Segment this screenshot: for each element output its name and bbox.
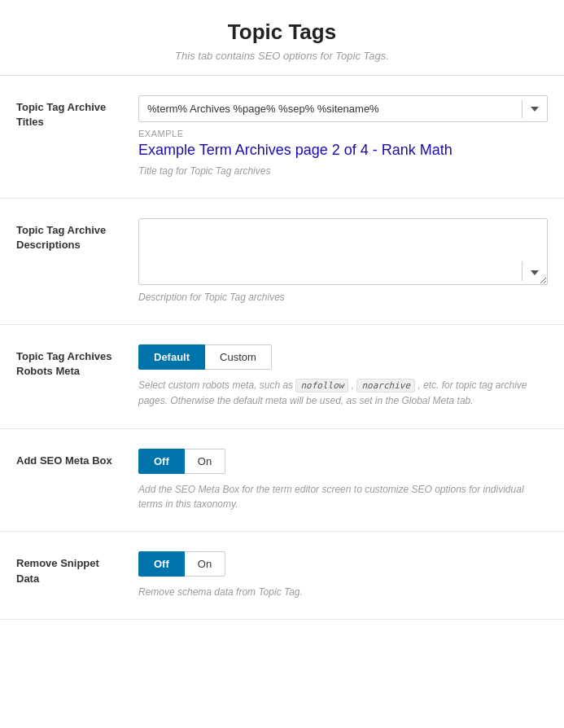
- archive-descriptions-content: Description for Topic Tag archives: [138, 218, 548, 305]
- robots-default-button[interactable]: Default: [138, 344, 205, 370]
- archive-descriptions-helper: Description for Topic Tag archives: [138, 290, 548, 305]
- snippet-on-button[interactable]: On: [185, 551, 225, 577]
- robots-custom-button[interactable]: Custom: [205, 344, 272, 370]
- remove-snippet-label: Remove Snippet Data: [16, 551, 122, 599]
- archive-titles-label: Topic Tag Archive Titles: [16, 95, 122, 178]
- archive-titles-input[interactable]: [139, 96, 522, 121]
- archive-descriptions-wrapper: [138, 218, 548, 285]
- seo-meta-on-button[interactable]: On: [185, 449, 225, 474]
- archive-descriptions-textarea[interactable]: [139, 219, 547, 284]
- example-title: Example Term Archives page 2 of 4 - Rank…: [138, 142, 548, 159]
- page-header: Topic Tags This tab contains SEO options…: [0, 0, 564, 76]
- seo-meta-box-content: Off On Add the SEO Meta Box for the term…: [138, 449, 548, 511]
- archive-titles-section: Topic Tag Archive Titles EXAMPLE Example…: [0, 76, 564, 199]
- chevron-down-icon: [531, 270, 539, 275]
- chevron-down-icon: [531, 107, 539, 112]
- noarchive-code: noarchive: [356, 379, 415, 393]
- robots-meta-toggle: Default Custom: [138, 344, 548, 370]
- archive-titles-chevron-button[interactable]: [522, 100, 547, 118]
- page-title: Topic Tags: [16, 20, 548, 45]
- nofollow-code: nofollow: [295, 379, 348, 393]
- remove-snippet-content: Off On Remove schema data from Topic Tag…: [138, 551, 548, 599]
- archive-titles-helper: Title tag for Topic Tag archives: [138, 164, 548, 178]
- archive-titles-content: EXAMPLE Example Term Archives page 2 of …: [138, 95, 548, 178]
- remove-snippet-toggle: Off On: [138, 551, 548, 577]
- seo-meta-box-helper: Add the SEO Meta Box for the term editor…: [138, 482, 548, 511]
- seo-meta-box-section: Add SEO Meta Box Off On Add the SEO Meta…: [0, 429, 564, 532]
- archive-descriptions-label: Topic Tag Archive Descriptions: [16, 218, 122, 305]
- robots-meta-section: Topic Tag Archives Robots Meta Default C…: [0, 325, 564, 429]
- robots-desc-text1: Select custom robots meta, such as: [138, 379, 293, 391]
- snippet-off-button[interactable]: Off: [138, 551, 185, 577]
- robots-meta-description: Select custom robots meta, such as nofol…: [138, 378, 548, 409]
- remove-snippet-section: Remove Snippet Data Off On Remove schema…: [0, 532, 564, 620]
- seo-meta-box-toggle: Off On: [138, 449, 548, 474]
- page-subtitle: This tab contains SEO options for Topic …: [16, 50, 548, 62]
- seo-meta-box-label: Add SEO Meta Box: [16, 449, 122, 511]
- remove-snippet-helper: Remove schema data from Topic Tag.: [138, 585, 548, 599]
- robots-desc-comma: ,: [352, 379, 354, 391]
- robots-meta-content: Default Custom Select custom robots meta…: [138, 344, 548, 409]
- archive-descriptions-chevron-button[interactable]: [522, 261, 547, 281]
- example-label: EXAMPLE: [138, 129, 548, 138]
- archive-titles-input-wrapper: [138, 95, 548, 122]
- archive-descriptions-section: Topic Tag Archive Descriptions Descripti…: [0, 199, 564, 325]
- robots-meta-label: Topic Tag Archives Robots Meta: [16, 344, 122, 409]
- seo-meta-off-button[interactable]: Off: [138, 449, 185, 474]
